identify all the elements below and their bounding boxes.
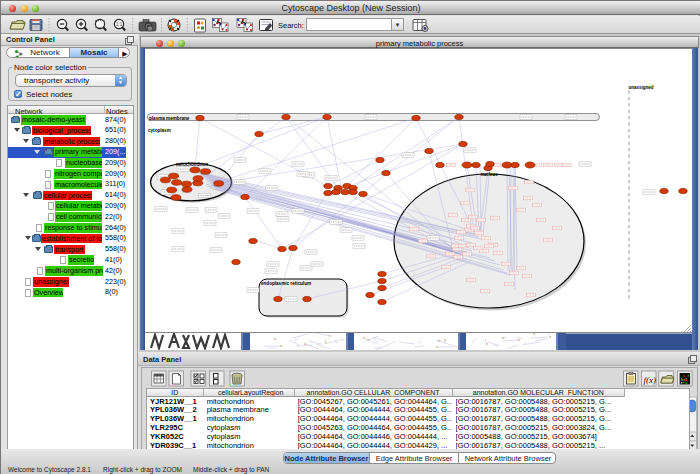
svg-text:plasma membrane: plasma membrane — [149, 116, 190, 121]
svg-text:nucleus: nucleus — [481, 172, 499, 177]
svg-text:endoplasmic reticulum: endoplasmic reticulum — [261, 281, 311, 286]
svg-text:cytoplasm: cytoplasm — [148, 128, 171, 133]
svg-text:1:1: 1:1 — [116, 22, 123, 27]
svg-text:f(x): f(x) — [644, 375, 657, 385]
svg-text:mitochondrion: mitochondrion — [176, 162, 208, 167]
svg-text:unassigned: unassigned — [629, 85, 654, 90]
